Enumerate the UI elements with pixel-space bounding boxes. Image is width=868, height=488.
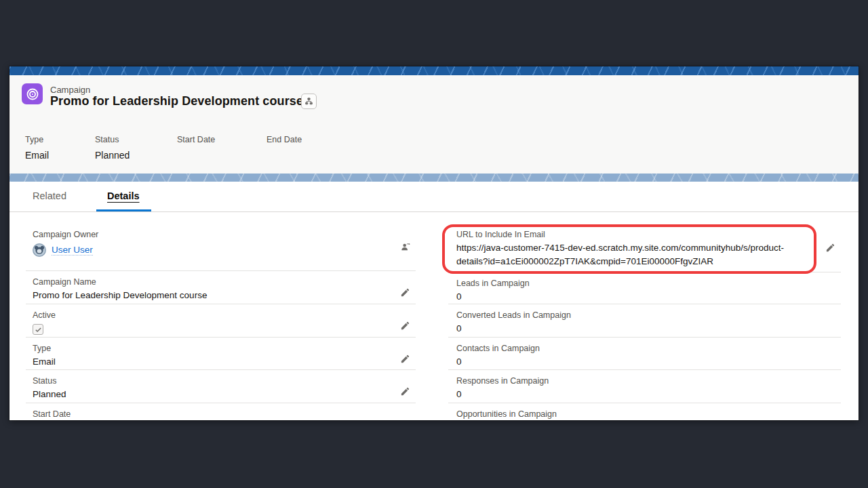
header-field-end-date: End Date	[267, 135, 302, 161]
field-start-date: Start Date	[26, 403, 416, 420]
field-value: Email	[33, 357, 416, 369]
field-label: Converted Leads in Campaign	[456, 304, 841, 320]
object-type-label: Campaign	[50, 85, 90, 95]
field-value: 0	[456, 389, 841, 401]
campaign-hierarchy-button[interactable]	[301, 94, 317, 109]
field-label: Status	[95, 135, 130, 144]
field-campaign-name: Campaign Name Promo for Leadership Devel…	[26, 271, 416, 304]
field-value	[177, 150, 215, 161]
page-title: Promo for Leadership Development course	[50, 94, 303, 108]
field-value: Planned	[95, 150, 130, 161]
field-url-to-include-in-email: URL to Include In Email https://java-cus…	[448, 224, 841, 272]
field-active: Active	[26, 304, 416, 338]
field-label: Leads in Campaign	[456, 272, 841, 288]
edit-pencil-icon[interactable]	[400, 354, 410, 364]
field-campaign-owner: Campaign Owner User User	[26, 224, 416, 271]
field-value: Email	[25, 150, 49, 161]
page-background-strip	[9, 174, 859, 182]
edit-pencil-icon[interactable]	[400, 386, 410, 396]
field-value: 0	[456, 291, 841, 304]
edit-pencil-icon[interactable]	[825, 243, 835, 253]
campaign-header-card: Campaign Promo for Leadership Developmen…	[9, 75, 859, 174]
checkbox-checked-icon	[33, 324, 43, 335]
tab-details[interactable]: Details	[107, 190, 140, 201]
owner-link[interactable]: User User	[52, 245, 93, 256]
field-type: Type Email	[26, 338, 416, 370]
field-label: Active	[33, 304, 416, 320]
field-label: End Date	[267, 135, 302, 144]
field-label: Contacts in Campaign	[456, 338, 841, 353]
field-label: URL to Include In Email	[456, 224, 841, 239]
salesforce-window: Campaign Promo for Leadership Developmen…	[9, 66, 859, 420]
campaign-bullseye-icon	[22, 83, 43, 104]
edit-pencil-icon[interactable]	[400, 321, 410, 331]
field-value: Planned	[33, 389, 416, 401]
url-value-line-2: details?id=a1cEi000002ZpT7IAK&cmpid=701E…	[456, 256, 841, 266]
edit-pencil-icon[interactable]	[400, 287, 410, 298]
field-value	[267, 150, 302, 161]
change-owner-icon[interactable]	[400, 241, 410, 251]
tab-related[interactable]: Related	[33, 190, 66, 201]
url-value-line-1: https://java-customer-7415-dev-ed.scratc…	[456, 243, 841, 253]
field-responses-in-campaign: Responses in Campaign 0	[448, 370, 841, 403]
field-contacts-in-campaign: Contacts in Campaign 0	[448, 338, 841, 370]
field-label: Type	[25, 135, 49, 144]
field-label: Campaign Owner	[33, 224, 416, 239]
field-value: Promo for Leadership Development course	[33, 290, 416, 302]
details-card: Related Details Campaign Owner User	[9, 182, 859, 420]
field-opportunities-in-campaign: Opportunities in Campaign	[448, 403, 841, 420]
header-field-status: Status Planned	[95, 135, 130, 161]
field-label: Start Date	[177, 135, 215, 144]
field-label: Type	[33, 338, 416, 353]
field-label: Responses in Campaign	[456, 370, 841, 386]
field-label: Campaign Name	[33, 271, 416, 287]
field-label: Opportunities in Campaign	[456, 403, 841, 419]
field-leads-in-campaign: Leads in Campaign 0	[448, 272, 841, 304]
field-value: 0	[456, 357, 841, 369]
tabs-divider	[9, 211, 859, 212]
field-status: Status Planned	[26, 370, 416, 403]
browser-top-strip	[9, 66, 859, 75]
avatar	[33, 243, 46, 257]
header-field-type: Type Email	[25, 135, 49, 161]
field-label: Status	[33, 370, 416, 386]
header-field-start-date: Start Date	[177, 135, 215, 161]
field-converted-leads-in-campaign: Converted Leads in Campaign 0	[448, 304, 841, 338]
field-label: Start Date	[33, 403, 416, 419]
field-value: 0	[456, 323, 841, 336]
